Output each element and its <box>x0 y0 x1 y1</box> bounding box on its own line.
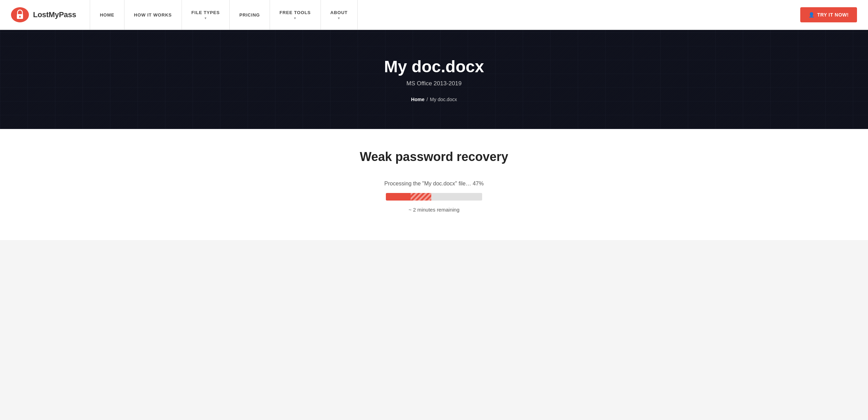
nav-item-pricing[interactable]: PRICING <box>230 0 270 30</box>
hero-subtitle: MS Office 2013-2019 <box>406 80 462 87</box>
progress-bar-container <box>386 193 482 201</box>
user-icon: 👤 <box>809 12 815 18</box>
logo-link[interactable]: LostMyPass <box>11 7 76 22</box>
svg-rect-3 <box>20 17 20 18</box>
try-it-now-button[interactable]: 👤 TRY IT NOW! <box>800 7 857 22</box>
main-content: Weak password recovery Processing the "M… <box>0 129 868 240</box>
breadcrumb-separator: / <box>426 97 428 102</box>
site-header: LostMyPass HOME HOW IT WORKS FILE TYPES … <box>0 0 868 30</box>
logo-icon <box>11 7 29 22</box>
hero-background <box>0 30 868 129</box>
logo-text: LostMyPass <box>33 10 76 19</box>
hero-section: My doc.docx MS Office 2013-2019 Home / M… <box>0 30 868 129</box>
breadcrumb-home-link[interactable]: Home <box>411 97 424 102</box>
processing-status-text: Processing the "My doc.docx" file… 47% <box>384 181 484 187</box>
free-tools-chevron-icon: ▼ <box>293 17 297 20</box>
breadcrumb-current-page: My doc.docx <box>430 97 457 102</box>
hero-title: My doc.docx <box>384 57 484 76</box>
time-remaining-text: ~ 2 minutes remaining <box>409 207 459 213</box>
nav-item-free-tools[interactable]: FREE TOOLS ▼ <box>270 0 321 30</box>
breadcrumb: Home / My doc.docx <box>411 97 457 102</box>
file-types-chevron-icon: ▼ <box>204 17 207 20</box>
nav-item-about[interactable]: ABOUT ▼ <box>321 0 358 30</box>
nav-item-how-it-works[interactable]: HOW IT WORKS <box>124 0 182 30</box>
main-nav: HOME HOW IT WORKS FILE TYPES ▼ PRICING F… <box>90 0 800 30</box>
nav-item-home[interactable]: HOME <box>90 0 124 30</box>
section-title: Weak password recovery <box>360 150 508 164</box>
progress-bar-fill <box>386 193 431 201</box>
nav-item-file-types[interactable]: FILE TYPES ▼ <box>182 0 230 30</box>
processing-area: Processing the "My doc.docx" file… 47% ~… <box>331 181 537 213</box>
about-chevron-icon: ▼ <box>337 17 341 20</box>
progress-bar-stripes <box>411 193 431 201</box>
